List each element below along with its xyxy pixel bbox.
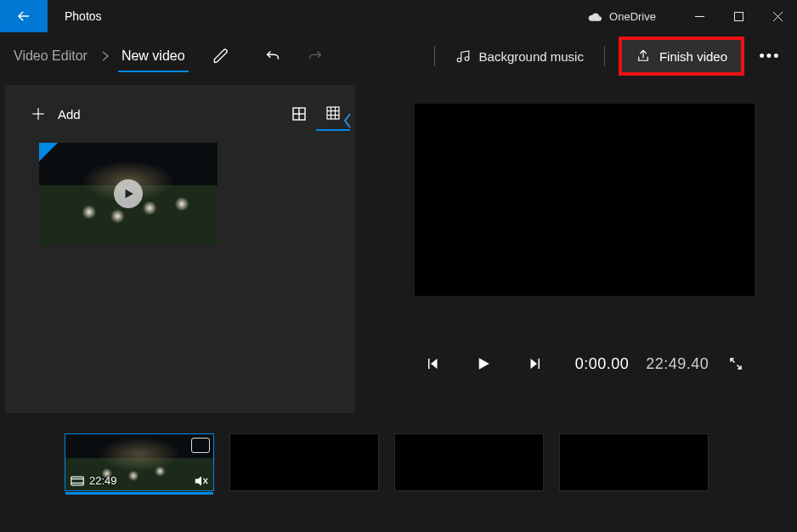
- svg-marker-20: [479, 358, 489, 370]
- cloud-icon: [587, 12, 602, 21]
- svg-marker-17: [126, 190, 133, 199]
- chevron-left-icon: [342, 112, 353, 129]
- svg-marker-21: [530, 359, 537, 369]
- titlebar-spacer: [119, 0, 587, 32]
- total-time: 22:49.40: [637, 355, 717, 373]
- svg-marker-28: [195, 476, 201, 485]
- svg-marker-18: [431, 359, 438, 369]
- window-controls: [680, 0, 797, 32]
- skip-back-icon: [426, 356, 441, 371]
- chevron-right-icon: [96, 50, 115, 62]
- next-frame-button[interactable]: [516, 345, 553, 382]
- play-button[interactable]: [466, 345, 503, 382]
- clip-duration: 22:49: [89, 474, 117, 487]
- more-button[interactable]: •••: [749, 36, 790, 76]
- preview-pane: 0:00.00 22:49.40: [355, 80, 797, 413]
- svg-point-5: [457, 58, 461, 62]
- share-icon: [636, 48, 651, 64]
- pencil-icon: [212, 48, 229, 65]
- library-grid: [5, 143, 355, 245]
- storyboard-empty-slot[interactable]: [394, 433, 544, 491]
- prev-frame-button[interactable]: [415, 345, 452, 382]
- svg-rect-2: [734, 12, 743, 20]
- redo-button[interactable]: [294, 36, 335, 76]
- svg-point-6: [465, 57, 469, 61]
- rename-button[interactable]: [201, 36, 241, 76]
- app-title: Photos: [48, 0, 119, 32]
- storyboard-timeline: 22:49: [0, 413, 797, 532]
- finish-video-button[interactable]: Finish video: [622, 40, 741, 72]
- play-icon: [122, 188, 134, 200]
- skip-forward-icon: [527, 356, 542, 371]
- text-card-badge: [191, 438, 210, 453]
- play-overlay[interactable]: [114, 179, 143, 208]
- toolbar-separator: [604, 46, 605, 66]
- clip-mute-indicator[interactable]: [195, 475, 208, 487]
- close-button[interactable]: [758, 0, 797, 32]
- playback-controls: 0:00.00 22:49.40: [415, 345, 755, 382]
- collapse-library-button[interactable]: [335, 95, 360, 146]
- titlebar: Photos OneDrive: [0, 0, 797, 32]
- breadcrumb-active[interactable]: New video: [118, 42, 189, 72]
- toolbar: Video Editor New video Background music: [0, 32, 797, 80]
- plus-icon: [31, 106, 46, 122]
- music-icon: [455, 48, 471, 64]
- breadcrumb: Video Editor New video: [3, 42, 189, 71]
- clip-meta: 22:49: [71, 474, 117, 487]
- speaker-muted-icon: [195, 475, 208, 487]
- project-library: Add: [5, 85, 355, 413]
- library-clip[interactable]: [39, 143, 218, 245]
- video-preview[interactable]: [415, 104, 755, 296]
- undo-button[interactable]: [253, 36, 294, 76]
- breadcrumb-root[interactable]: Video Editor: [8, 43, 93, 69]
- redo-icon: [305, 47, 324, 65]
- back-button[interactable]: [0, 0, 48, 32]
- expand-icon: [728, 356, 743, 371]
- storyboard-empty-slot[interactable]: [559, 433, 709, 491]
- svg-rect-25: [71, 477, 83, 485]
- add-media-button[interactable]: Add: [24, 101, 88, 127]
- current-time: 0:00.00: [567, 355, 638, 373]
- onedrive-label: OneDrive: [609, 10, 656, 23]
- finish-video-highlight: Finish video: [619, 37, 744, 76]
- onedrive-status[interactable]: OneDrive: [587, 0, 680, 32]
- play-icon: [476, 356, 491, 371]
- finish-video-label: Finish video: [659, 49, 727, 64]
- add-label: Add: [58, 107, 81, 122]
- storyboard-empty-slot[interactable]: [229, 433, 379, 491]
- grid-large-view[interactable]: [282, 97, 316, 131]
- ellipsis-icon: •••: [760, 48, 781, 65]
- maximize-button[interactable]: [719, 0, 758, 32]
- background-music-label: Background music: [479, 49, 584, 64]
- undo-icon: [264, 47, 283, 65]
- minimize-button[interactable]: [680, 0, 719, 32]
- video-icon: [71, 476, 84, 486]
- fullscreen-button[interactable]: [717, 345, 755, 382]
- storyboard-clip[interactable]: 22:49: [65, 433, 214, 491]
- selected-corner-badge: [39, 143, 58, 161]
- background-music-button[interactable]: Background music: [444, 42, 596, 71]
- grid-2x2-icon: [292, 107, 306, 121]
- toolbar-separator: [434, 46, 435, 66]
- svg-rect-19: [428, 359, 430, 369]
- svg-rect-22: [538, 359, 540, 369]
- main-area: Add: [0, 80, 797, 413]
- library-header: Add: [5, 85, 355, 143]
